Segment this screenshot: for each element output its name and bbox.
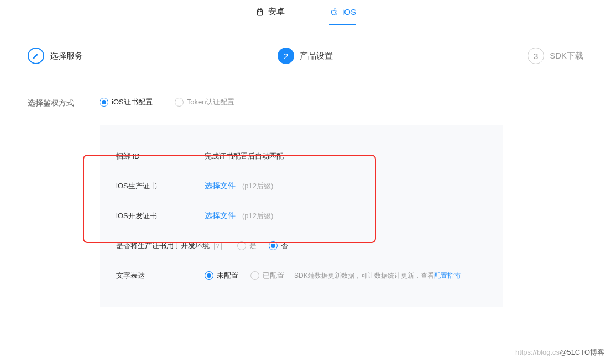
bundle-id-label: 捆绑 ID bbox=[116, 151, 205, 161]
tab-ios[interactable]: iOS bbox=[329, 0, 356, 25]
radio-ios-cert[interactable]: iOS证书配置 bbox=[100, 97, 153, 107]
radio-token-auth-label: Token认证配置 bbox=[187, 97, 235, 107]
svg-rect-0 bbox=[257, 9, 262, 15]
prod-cert-hint: (p12后缀) bbox=[242, 181, 273, 191]
auth-method-section: 选择鉴权方式 iOS证书配置 Token认证配置 bbox=[28, 97, 583, 108]
bundle-id-value: 完成证书配置后自动匹配 bbox=[205, 151, 284, 161]
row-bundle-id: 捆绑 ID 完成证书配置后自动匹配 bbox=[100, 141, 503, 171]
row-prod-cert: iOS生产证书 选择文件 (p12后缀) bbox=[100, 171, 503, 201]
radio-unconfigured-label: 未配置 bbox=[217, 271, 238, 281]
stepper: 选择服务 2 产品设置 3 SDK下载 bbox=[28, 48, 583, 64]
radio-unconfigured[interactable]: 未配置 bbox=[205, 271, 238, 281]
radio-icon bbox=[237, 241, 246, 250]
dev-cert-label: iOS开发证书 bbox=[116, 211, 205, 221]
dev-cert-choose-file[interactable]: 选择文件 bbox=[205, 211, 236, 221]
apple-icon bbox=[329, 7, 339, 17]
auth-radio-group: iOS证书配置 Token认证配置 bbox=[100, 97, 234, 107]
row-prod-for-dev: 是否将生产证书用于开发环境 ? 是 否 bbox=[100, 231, 503, 261]
prod-cert-choose-file[interactable]: 选择文件 bbox=[205, 181, 236, 191]
row-text-expr: 文字表达 未配置 已配置 SDK端数据更新数据，可让数据统计更新，查看配置指南 bbox=[100, 261, 503, 291]
dev-cert-hint: (p12后缀) bbox=[242, 211, 273, 221]
radio-yes-label: 是 bbox=[249, 241, 257, 251]
auth-method-label: 选择鉴权方式 bbox=[28, 97, 77, 108]
svg-line-1 bbox=[259, 8, 259, 9]
connector-1 bbox=[90, 56, 271, 56]
step-2-number: 2 bbox=[278, 48, 294, 64]
radio-ios-cert-label: iOS证书配置 bbox=[112, 97, 153, 107]
prod-for-dev-radios: 是 否 bbox=[237, 241, 288, 251]
radio-icon bbox=[175, 98, 184, 107]
svg-point-3 bbox=[259, 11, 259, 12]
radio-icon bbox=[250, 271, 259, 280]
radio-no-label: 否 bbox=[281, 241, 288, 251]
prod-for-dev-label: 是否将生产证书用于开发环境 ? bbox=[116, 241, 222, 251]
radio-token-auth[interactable]: Token认证配置 bbox=[175, 97, 235, 107]
radio-icon bbox=[269, 241, 278, 250]
prod-cert-label: iOS生产证书 bbox=[116, 181, 205, 191]
android-icon bbox=[255, 7, 265, 17]
step-2-label: 产品设置 bbox=[300, 51, 333, 61]
radio-icon bbox=[205, 271, 213, 280]
step-3[interactable]: 3 SDK下载 bbox=[528, 48, 583, 64]
help-icon[interactable]: ? bbox=[214, 242, 222, 250]
radio-configured-label: 已配置 bbox=[263, 271, 284, 281]
step-3-number: 3 bbox=[528, 48, 544, 64]
svg-line-2 bbox=[260, 8, 261, 9]
text-expr-radios: 未配置 已配置 bbox=[205, 271, 284, 281]
step-3-label: SDK下载 bbox=[550, 51, 583, 61]
config-panel: 捆绑 ID 完成证书配置后自动匹配 iOS生产证书 选择文件 (p12后缀) i… bbox=[100, 125, 503, 307]
svg-point-4 bbox=[260, 11, 261, 12]
row-dev-cert: iOS开发证书 选择文件 (p12后缀) bbox=[100, 201, 503, 231]
radio-no[interactable]: 否 bbox=[269, 241, 288, 251]
step-2[interactable]: 2 产品设置 bbox=[278, 48, 333, 64]
connector-2 bbox=[340, 56, 521, 56]
radio-yes[interactable]: 是 bbox=[237, 241, 257, 251]
radio-icon bbox=[100, 98, 108, 107]
config-guide-link[interactable]: 配置指南 bbox=[434, 272, 461, 279]
step-1-label: 选择服务 bbox=[50, 51, 83, 61]
main-content: 选择服务 2 产品设置 3 SDK下载 选择鉴权方式 iOS证书配置 Token… bbox=[0, 25, 611, 307]
tab-android-label: 安卓 bbox=[268, 7, 285, 17]
text-expr-label: 文字表达 bbox=[116, 271, 205, 281]
tab-android[interactable]: 安卓 bbox=[255, 0, 285, 25]
step-1[interactable]: 选择服务 bbox=[28, 48, 83, 64]
pencil-icon bbox=[28, 48, 44, 64]
platform-tabs: 安卓 iOS bbox=[0, 0, 611, 25]
tab-ios-label: iOS bbox=[342, 7, 356, 17]
text-expr-desc: SDK端数据更新数据，可让数据统计更新，查看配置指南 bbox=[294, 271, 461, 281]
radio-configured[interactable]: 已配置 bbox=[250, 271, 284, 281]
